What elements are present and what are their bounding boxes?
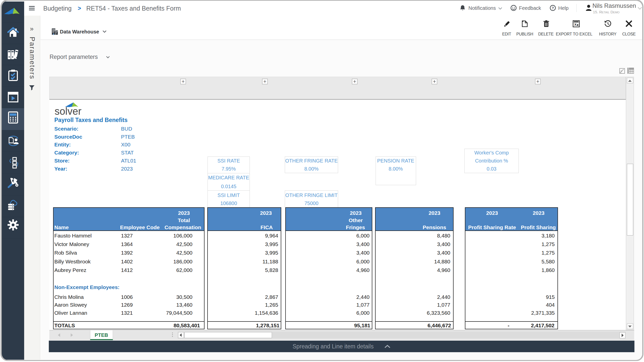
svg-text:?: ? — [552, 6, 554, 10]
svg-text:X: X — [574, 23, 577, 26]
